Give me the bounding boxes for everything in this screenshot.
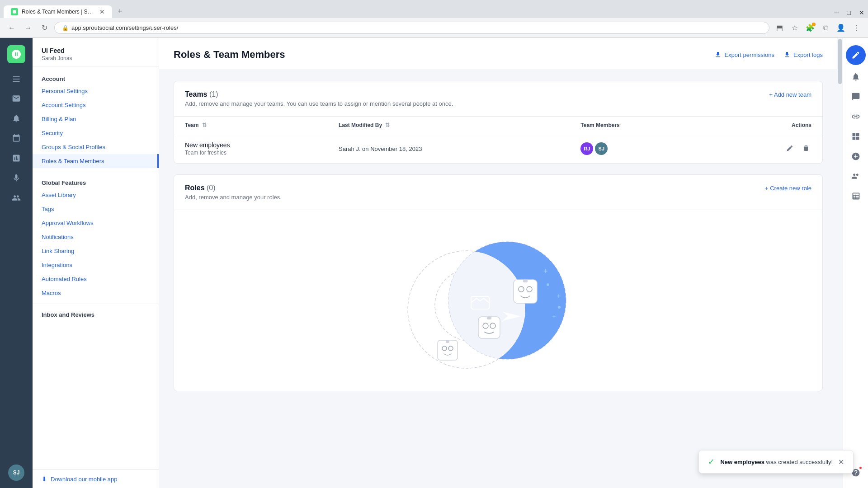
- download-app-link[interactable]: ⬇ Download our mobile app: [42, 475, 150, 483]
- sidebar-toggle-button[interactable]: ⧉: [819, 22, 832, 34]
- tab-close-button[interactable]: ✕: [99, 8, 105, 15]
- profile-button[interactable]: 👤: [835, 22, 847, 34]
- more-menu-button[interactable]: ⋮: [850, 22, 863, 34]
- bookmark-button[interactable]: ☆: [788, 22, 801, 34]
- toast-close-button[interactable]: ✕: [838, 458, 844, 466]
- teams-section-card: Teams (1) Add, remove and manage your te…: [174, 81, 823, 164]
- add-team-button[interactable]: + Add new team: [769, 90, 811, 98]
- content-body: Teams (1) Add, remove and manage your te…: [159, 70, 837, 413]
- col-actions: Actions: [710, 117, 822, 134]
- sidebar-item-integrations[interactable]: Integrations: [33, 258, 159, 272]
- roles-title-area: Roles (0) Add, remove and manage your ro…: [185, 184, 282, 201]
- user-check-rail-button[interactable]: [848, 168, 864, 184]
- security-lock-icon: 🔒: [62, 25, 69, 31]
- nav-inbox-icon[interactable]: [8, 90, 24, 107]
- app-logo[interactable]: [7, 45, 25, 63]
- svg-rect-10: [446, 340, 449, 343]
- teams-description: Add, remove and manage your teams. You c…: [185, 100, 453, 107]
- sidebar-item-personal-settings[interactable]: Personal Settings: [33, 84, 159, 98]
- cast-button[interactable]: ⬒: [773, 22, 786, 34]
- address-bar[interactable]: 🔒 app.sproutsocial.com/settings/user-rol…: [54, 22, 769, 34]
- refresh-button[interactable]: ↻: [38, 22, 51, 34]
- user-avatar[interactable]: SJ: [8, 465, 24, 481]
- svg-rect-15: [514, 280, 537, 303]
- add-circle-rail-button[interactable]: [848, 148, 864, 164]
- svg-text:+: +: [552, 314, 556, 320]
- row-actions: [721, 143, 811, 155]
- new-tab-button[interactable]: +: [114, 5, 126, 18]
- edit-icon: [786, 145, 793, 152]
- modified-sort-icon[interactable]: ⇅: [385, 122, 390, 128]
- export-logs-button[interactable]: Export logs: [783, 51, 823, 58]
- svg-point-25: [547, 283, 549, 286]
- team-name: New employees: [185, 141, 317, 149]
- maximize-button[interactable]: □: [844, 7, 854, 18]
- roles-title-text: Roles: [185, 184, 205, 192]
- create-role-button[interactable]: + Create new role: [765, 184, 811, 192]
- messages-rail-button[interactable]: [848, 89, 864, 105]
- nav-listening-icon[interactable]: [8, 170, 24, 186]
- minimize-button[interactable]: ─: [831, 7, 843, 18]
- teams-table: Team ⇅ Last Modified By ⇅ Team Members A…: [174, 117, 822, 163]
- sidebar-item-billing-plan[interactable]: Billing & Plan: [33, 112, 159, 126]
- browser-tab[interactable]: Roles & Team Members | Settin... ✕: [4, 5, 112, 18]
- sidebar-item-security[interactable]: Security: [33, 126, 159, 140]
- team-subtitle: Team for freshies: [185, 150, 317, 156]
- content-header: Roles & Team Members Export permissions …: [159, 38, 837, 70]
- col-team: Team ⇅: [174, 117, 328, 134]
- sidebar-item-link-sharing[interactable]: Link Sharing: [33, 244, 159, 258]
- roles-count: (0): [207, 184, 216, 192]
- nav-analytics-icon[interactable]: [8, 150, 24, 166]
- sidebar-user-name: Sarah Jonas: [42, 55, 150, 61]
- edit-team-button[interactable]: [784, 143, 795, 155]
- svg-text:+: +: [557, 292, 561, 300]
- svg-rect-7: [438, 340, 458, 360]
- sidebar-item-asset-library[interactable]: Asset Library: [33, 188, 159, 202]
- teams-title-text: Teams: [185, 90, 208, 98]
- sidebar-item-groups-social[interactable]: Groups & Social Profiles: [33, 140, 159, 154]
- sidebar-section-account: Account: [33, 72, 159, 84]
- grid-rail-button[interactable]: [848, 128, 864, 145]
- table-rail-button[interactable]: [848, 188, 864, 204]
- team-name-cell: New employees Team for freshies: [174, 134, 328, 164]
- forward-button[interactable]: →: [22, 22, 34, 34]
- delete-icon: [802, 145, 810, 152]
- nav-feed-icon[interactable]: [8, 70, 24, 87]
- teams-title-area: Teams (1) Add, remove and manage your te…: [185, 90, 453, 107]
- back-button[interactable]: ←: [5, 22, 18, 34]
- url-text: app.sproutsocial.com/settings/user-roles…: [71, 24, 178, 31]
- team-sort-icon[interactable]: ⇅: [202, 122, 207, 128]
- roles-empty-state: + + +: [174, 210, 822, 391]
- export-permissions-button[interactable]: Export permissions: [714, 51, 774, 58]
- nav-notifications-icon[interactable]: [8, 110, 24, 127]
- sidebar-item-tags[interactable]: Tags: [33, 202, 159, 216]
- tab-title: Roles & Team Members | Settin...: [22, 9, 96, 15]
- tab-favicon: [11, 8, 18, 15]
- sidebar-item-macros[interactable]: Macros: [33, 286, 159, 300]
- actions-cell: [710, 134, 822, 164]
- delete-team-button[interactable]: [801, 143, 811, 155]
- notifications-rail-button[interactable]: [848, 69, 864, 85]
- export-permissions-icon: [714, 51, 722, 58]
- nav-team-icon[interactable]: [8, 190, 24, 206]
- sidebar-item-roles-team[interactable]: Roles & Team Members: [33, 154, 159, 168]
- compose-button[interactable]: [846, 45, 866, 65]
- user-check-rail-icon: [851, 172, 860, 181]
- sidebar-item-automated-rules[interactable]: Automated Rules: [33, 272, 159, 286]
- members-cell: RJ SJ: [570, 134, 710, 164]
- extensions-button[interactable]: 🧩: [804, 22, 816, 34]
- messages-rail-icon: [851, 92, 860, 101]
- sidebar-item-notifications[interactable]: Notifications: [33, 230, 159, 244]
- export-logs-label: Export logs: [793, 52, 823, 58]
- link-rail-button[interactable]: [848, 108, 864, 125]
- page-title: Roles & Team Members: [174, 49, 285, 61]
- compose-icon: [851, 51, 860, 60]
- sidebar-item-approval-workflows[interactable]: Approval Workflows: [33, 216, 159, 230]
- teams-section-title: Teams (1): [185, 90, 453, 99]
- sidebar-item-account-settings[interactable]: Account Settings: [33, 98, 159, 112]
- roles-description: Add, remove and manage your roles.: [185, 194, 282, 201]
- close-window-button[interactable]: ✕: [855, 7, 868, 18]
- scroll-thumb[interactable]: [838, 39, 842, 84]
- nav-schedule-icon[interactable]: [8, 130, 24, 146]
- scroll-track[interactable]: [837, 38, 843, 488]
